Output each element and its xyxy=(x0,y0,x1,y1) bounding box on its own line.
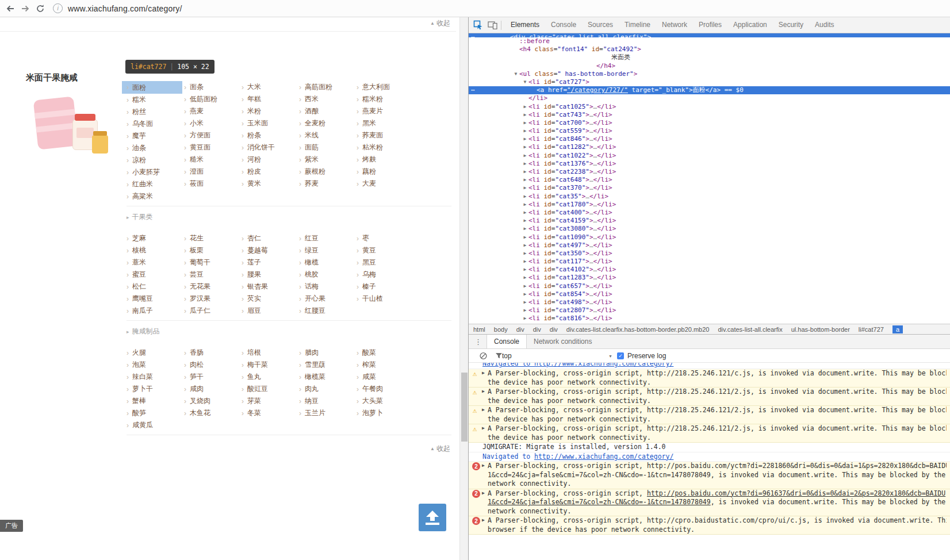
console-message[interactable]: Navigated to http://www.xiachufang.com/c… xyxy=(469,452,950,462)
category-link[interactable]: 榛子 xyxy=(362,282,376,291)
category-link[interactable]: 榨菜 xyxy=(362,360,376,370)
category-link[interactable]: 雪里蕻 xyxy=(305,360,325,370)
category-link-item[interactable]: ›荞麦面 xyxy=(352,129,409,141)
category-link[interactable]: 杏仁 xyxy=(247,233,261,243)
category-link-item[interactable]: ›红腰豆 xyxy=(294,305,352,317)
category-link-item[interactable]: ›瓜子仁 xyxy=(179,305,237,317)
category-link-item[interactable]: ›高筋面粉 xyxy=(294,81,352,93)
category-link-item[interactable]: ›玉兰片 xyxy=(294,407,352,419)
category-link-item[interactable]: ›梅干菜 xyxy=(237,359,294,371)
category-link-item[interactable]: ›方便面 xyxy=(179,129,237,141)
category-link[interactable]: 肉松 xyxy=(190,360,204,370)
category-link[interactable]: 意大利面 xyxy=(362,82,390,92)
category-link-item[interactable]: ›玉米面 xyxy=(237,117,294,129)
url-text[interactable]: www.xiachufang.com/category/ xyxy=(68,4,182,13)
reload-button[interactable] xyxy=(36,4,45,13)
category-link-item[interactable]: ›粉条 xyxy=(237,129,294,141)
category-link[interactable]: 米粉 xyxy=(247,106,261,116)
dom-tree-node[interactable]: ▶<li id="cat1282">…</li> xyxy=(469,143,950,151)
collapse-node-icon[interactable]: ▼ xyxy=(522,78,528,86)
category-link-item[interactable]: ›绿豆 xyxy=(294,244,352,256)
category-link-item[interactable]: ›全麦粉 xyxy=(294,117,352,129)
category-link[interactable]: 干山楂 xyxy=(362,294,383,304)
dom-tree-node[interactable]: ▼<ul class=" has-bottom-border"> xyxy=(469,70,950,78)
clear-console-icon[interactable] xyxy=(479,351,488,360)
expand-node-icon[interactable]: ▶ xyxy=(522,152,528,160)
category-link-item[interactable]: ›泡菜 xyxy=(122,359,179,371)
dom-tree-node[interactable]: ▶<li id="cat117">…</li> xyxy=(469,258,950,266)
category-link-item[interactable]: ›黑米 xyxy=(352,117,409,129)
category-link[interactable]: 高粱米 xyxy=(132,191,153,201)
category-link[interactable]: 魔芋 xyxy=(132,131,146,141)
category-link[interactable]: 小米 xyxy=(190,118,204,128)
category-link[interactable]: 消化饼干 xyxy=(247,143,275,152)
category-link[interactable]: 腊肉 xyxy=(305,348,319,358)
category-link[interactable]: 黄米 xyxy=(247,179,261,189)
dom-tree-node[interactable]: ▶<li id="cat1376">…</li> xyxy=(469,160,950,168)
category-link[interactable]: 泡萝卜 xyxy=(362,408,383,418)
category-link-item[interactable]: ›无花果 xyxy=(179,281,237,293)
category-link[interactable]: 小麦胚芽 xyxy=(132,167,160,177)
category-link[interactable]: 玉兰片 xyxy=(305,408,325,418)
category-link[interactable]: 咸肉 xyxy=(190,384,204,394)
category-link[interactable]: 米线 xyxy=(305,131,319,140)
category-link-item[interactable]: ›午餐肉 xyxy=(352,383,409,395)
category-link[interactable]: 肉丸 xyxy=(305,384,319,394)
category-link[interactable]: 鹰嘴豆 xyxy=(132,294,153,304)
dom-tree-node[interactable]: 米面类 xyxy=(469,53,950,62)
expand-icon[interactable]: ▶ xyxy=(482,463,485,468)
category-link-item[interactable]: ›蟹棒 xyxy=(122,395,179,407)
category-link[interactable]: 黄豆 xyxy=(362,246,376,255)
category-link[interactable]: 黄豆面 xyxy=(190,143,210,152)
collapse-bottom-link[interactable]: ▲ 收起 xyxy=(430,444,450,454)
dom-tree-node[interactable]: ▶<li id="cat1283">…</li> xyxy=(469,274,950,282)
category-link-item[interactable]: ›蔓越莓 xyxy=(237,244,294,256)
dom-tree-node[interactable]: ▶<li id="cat2238">…</li> xyxy=(469,168,950,176)
page-scrollbar[interactable] xyxy=(459,17,468,560)
expand-node-icon[interactable]: ▶ xyxy=(522,217,528,225)
category-link-item[interactable]: ›杏仁 xyxy=(237,232,294,244)
category-link-item[interactable]: ›罗汉果 xyxy=(179,293,237,305)
category-link-item[interactable]: ›河粉 xyxy=(237,154,294,166)
dom-tree-node[interactable]: ▶<li id="cat1025">…</li> xyxy=(469,103,950,111)
console-message[interactable]: ⚠▶A Parser-blocking, cross-origin script… xyxy=(469,369,950,388)
expand-icon[interactable]: ▶ xyxy=(482,370,485,375)
category-link[interactable]: 粉条 xyxy=(247,131,261,140)
category-link-item[interactable]: ›低筋面粉 xyxy=(179,93,237,105)
category-link[interactable]: 橄榄 xyxy=(305,258,319,267)
category-link[interactable]: 绿豆 xyxy=(305,246,319,255)
category-link[interactable]: 高筋面粉 xyxy=(305,82,332,92)
page-info-icon[interactable]: i xyxy=(53,3,63,13)
dom-tree-node[interactable]: ▶<li id="cat816">…</li> xyxy=(469,314,950,323)
category-link-item[interactable]: ›枣 xyxy=(352,232,409,244)
category-link[interactable]: 大头菜 xyxy=(362,396,383,406)
breadcrumb-item[interactable]: ul.has-bottom-border xyxy=(791,326,850,333)
category-link-item[interactable]: ›雪里蕻 xyxy=(294,359,352,371)
category-link-item[interactable]: ›粉皮 xyxy=(237,166,294,178)
category-link-item[interactable]: ›面筋 xyxy=(294,141,352,154)
category-link[interactable]: 红曲米 xyxy=(132,179,153,189)
drawer-tab-console[interactable]: Console xyxy=(487,335,527,348)
category-link[interactable]: 桃胶 xyxy=(305,270,319,279)
drawer-tab-network-conditions[interactable]: Network conditions xyxy=(527,335,599,348)
devtools-tab-elements[interactable]: Elements xyxy=(505,17,545,33)
category-link-item[interactable]: ›意大利面 xyxy=(352,81,409,93)
category-link-item[interactable]: ›乌冬面 xyxy=(122,118,179,130)
category-link-item[interactable]: ›酸豇豆 xyxy=(237,383,294,395)
category-link[interactable]: 黑豆 xyxy=(362,258,376,267)
devtools-tab-sources[interactable]: Sources xyxy=(582,17,619,33)
category-link[interactable]: 大米 xyxy=(247,82,261,92)
dom-tree-node[interactable]: <h4 class="font14" id="cat2492"> xyxy=(469,45,950,53)
category-link-item[interactable]: ›大米 xyxy=(237,81,294,93)
devtools-tab-network[interactable]: Network xyxy=(656,17,693,33)
category-link-item[interactable]: ›泡萝卜 xyxy=(352,407,409,419)
category-link-item[interactable]: ›榨菜 xyxy=(352,359,409,371)
expand-node-icon[interactable]: ▶ xyxy=(522,209,528,217)
expand-node-icon[interactable]: ▶ xyxy=(522,168,528,176)
breadcrumb-item[interactable]: div.cates-list-all.clearfix xyxy=(718,326,782,333)
category-link[interactable]: 梅干菜 xyxy=(247,360,268,370)
category-link-item[interactable]: ›干山楂 xyxy=(352,293,409,305)
category-link[interactable]: 午餐肉 xyxy=(362,384,383,394)
expand-node-icon[interactable]: ▶ xyxy=(522,274,528,282)
drawer-menu-icon[interactable]: ⋮ xyxy=(474,337,482,346)
